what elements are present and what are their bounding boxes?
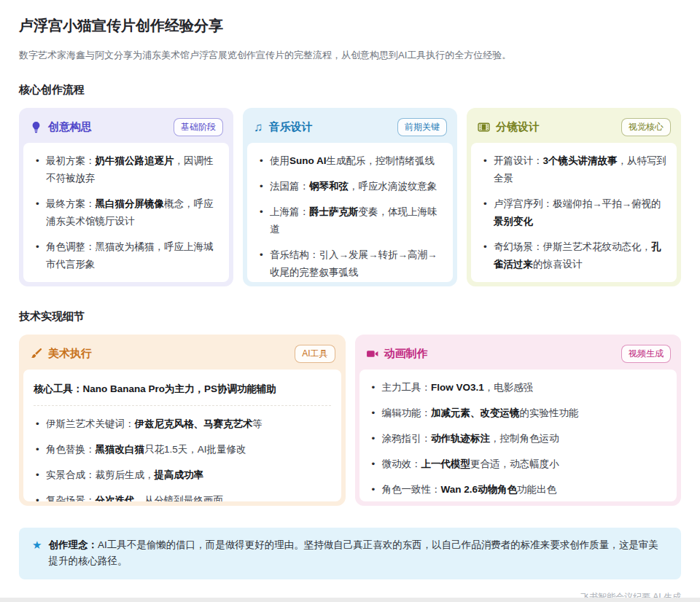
list-item: 实景合成：裁剪后生成，提高成功率 [34, 466, 331, 484]
core-tools-headline: 核心工具：Nano Banana Pro为主力，PS协调功能辅助 [34, 381, 331, 397]
list-item: 角色调整：黑猫改为橘猫，呼应上海城市代言形象 [34, 238, 219, 273]
bullet-list: 使用Suno AI生成配乐，控制情绪弧线法国篇：钢琴和弦，呼应水滴波纹意象上海篇… [257, 152, 443, 281]
stage-badge: 前期关键 [397, 118, 447, 136]
videocam-icon [366, 348, 378, 360]
card-music-design: ♫ 音乐设计 前期关键 使用Suno AI生成配乐，控制情绪弧线法国篇：钢琴和弦… [243, 108, 457, 286]
core-process-cards-row: 创意构思 基础阶段 最初方案：奶牛猫公路追逐片，因调性不符被放弃最终方案：黑白猫… [19, 108, 681, 286]
list-item: 法国篇：钢琴和弦，呼应水滴波纹意象 [257, 178, 443, 195]
bottom-edge-strip [0, 598, 700, 602]
card-body: 核心工具：Nano Banana Pro为主力，PS协调功能辅助 伊斯兰艺术关键… [23, 370, 341, 501]
list-item: 编辑功能：加减元素、改变运镜的实验性功能 [370, 404, 667, 422]
card-art-execution: 美术执行 AI工具 核心工具：Nano Banana Pro为主力，PS协调功能… [19, 335, 346, 506]
paintbrush-icon [30, 348, 42, 360]
section-heading-core-process: 核心创作流程 [19, 83, 681, 97]
card-animation-production: 动画制作 视频生成 主力工具：Flow VO3.1，电影感强编辑功能：加减元素、… [355, 335, 682, 506]
list-item: 主力工具：Flow VO3.1，电影感强 [370, 379, 667, 396]
card-title: 美术执行 [48, 347, 92, 361]
list-item: 使用Suno AI生成配乐，控制情绪弧线 [257, 152, 443, 170]
list-item: 角色替换：黑猫改白猫只花1.5天，AI批量修改 [34, 441, 331, 458]
card-body: 开篇设计：3个镜头讲清故事，从特写到全景卢浮宫序列：极端仰拍→平拍→俯视的景别变… [471, 143, 677, 282]
list-item: 上海篇：爵士萨克斯变奏，体现上海味道 [257, 203, 443, 238]
list-item: 微动效：上一代模型更合适，动态幅度小 [370, 456, 667, 473]
list-item: 最初方案：奶牛猫公路追逐片，因调性不符被放弃 [34, 152, 219, 187]
list-item: 卢浮宫序列：极端仰拍→平拍→俯视的景别变化 [481, 195, 666, 230]
bullet-list: 主力工具：Flow VO3.1，电影感强编辑功能：加减元素、改变运镜的实验性功能… [370, 379, 667, 499]
dashed-divider [34, 405, 331, 406]
stage-badge: 基础阶段 [174, 118, 223, 136]
card-body: 最初方案：奶牛猫公路追逐片，因调性不符被放弃最终方案：黑白猫分屏镜像概念，呼应浦… [23, 143, 229, 282]
card-body: 使用Suno AI生成配乐，控制情绪弧线法国篇：钢琴和弦，呼应水滴波纹意象上海篇… [247, 143, 453, 282]
card-header: ♫ 音乐设计 前期关键 [247, 112, 453, 143]
list-item: 最终方案：黑白猫分屏镜像概念，呼应浦东美术馆镜厅设计 [34, 195, 219, 230]
list-item: 涂鸦指引：动作轨迹标注，控制角色运动 [370, 430, 667, 447]
card-header: 创意构思 基础阶段 [23, 112, 229, 143]
section-heading-tech-details: 技术实现细节 [19, 310, 681, 324]
card-title: 创意构思 [48, 120, 92, 134]
page-subtitle: 数字艺术家海鑫与阿文分享为浦东美术馆卢浮宫展览创作宣传片的完整流程，从创意构思到… [19, 48, 681, 63]
list-item: 复杂场景：分次迭代，从分镜到最终画面 [34, 492, 331, 501]
bullet-list: 开篇设计：3个镜头讲清故事，从特写到全景卢浮宫序列：极端仰拍→平拍→俯视的景别变… [481, 152, 666, 282]
list-item: 奇幻场景：伊斯兰艺术花纹动态化，孔雀活过来的惊喜设计 [481, 238, 666, 273]
film-icon [478, 121, 490, 133]
list-item: 伊斯兰艺术关键词：伊兹尼克风格、马赛克艺术等 [34, 415, 331, 433]
list-item: 整体调性：电影质感、真实光影、高雅透气 [34, 281, 219, 282]
lightbulb-icon [30, 121, 42, 133]
music-note-icon: ♫ [254, 121, 263, 133]
card-header: 美术执行 AI工具 [23, 339, 341, 370]
card-body: 主力工具：Flow VO3.1，电影感强编辑功能：加减元素、改变运镜的实验性功能… [359, 370, 677, 501]
card-header: 分镜设计 视觉核心 [471, 112, 677, 143]
star-icon: ★ [32, 537, 42, 553]
list-item: 角色一致性：Wan 2.6动物角色功能出色 [370, 481, 667, 499]
bullet-list: 最初方案：奶牛猫公路追逐片，因调性不符被放弃最终方案：黑白猫分屏镜像概念，呼应浦… [34, 152, 219, 282]
tech-details-cards-row: 美术执行 AI工具 核心工具：Nano Banana Pro为主力，PS协调功能… [19, 335, 681, 506]
card-storyboard-design: 分镜设计 视觉核心 开篇设计：3个镜头讲清故事，从特写到全景卢浮宫序列：极端仰拍… [467, 108, 681, 286]
page-title: 卢浮宫小猫宣传片创作经验分享 [19, 16, 681, 36]
bullet-list: 伊斯兰艺术关键词：伊兹尼克风格、马赛克艺术等角色替换：黑猫改白猫只花1.5天，A… [34, 415, 331, 501]
list-item: 转场设计：飞机意象承接，保证视觉连贯性 [481, 281, 666, 282]
card-title: 动画制作 [384, 347, 428, 361]
page-content: 卢浮宫小猫宣传片创作经验分享 数字艺术家海鑫与阿文分享为浦东美术馆卢浮宫展览创作… [0, 16, 700, 506]
list-item: 音乐结构：引入→发展→转折→高潮→收尾的完整叙事弧线 [257, 246, 443, 281]
note-text: 创作理念：AI工具不是偷懒的借口，而是做得更好的理由。坚持做自己真正喜欢的东西，… [48, 537, 668, 569]
note-label: 创作理念： [48, 539, 98, 550]
creative-philosophy-note: ★ 创作理念：AI工具不是偷懒的借口，而是做得更好的理由。坚持做自己真正喜欢的东… [19, 528, 681, 579]
note-body: AI工具不是偷懒的借口，而是做得更好的理由。坚持做自己真正喜欢的东西，以自己作品… [48, 539, 658, 566]
stage-badge: 视觉核心 [621, 118, 671, 136]
card-title: 音乐设计 [269, 120, 313, 134]
card-header: 动画制作 视频生成 [359, 339, 677, 370]
card-creative-concept: 创意构思 基础阶段 最初方案：奶牛猫公路追逐片，因调性不符被放弃最终方案：黑白猫… [19, 108, 233, 286]
card-title: 分镜设计 [496, 120, 540, 134]
stage-badge: AI工具 [295, 345, 335, 363]
stage-badge: 视频生成 [621, 345, 671, 363]
list-item: 开篇设计：3个镜头讲清故事，从特写到全景 [481, 152, 666, 187]
